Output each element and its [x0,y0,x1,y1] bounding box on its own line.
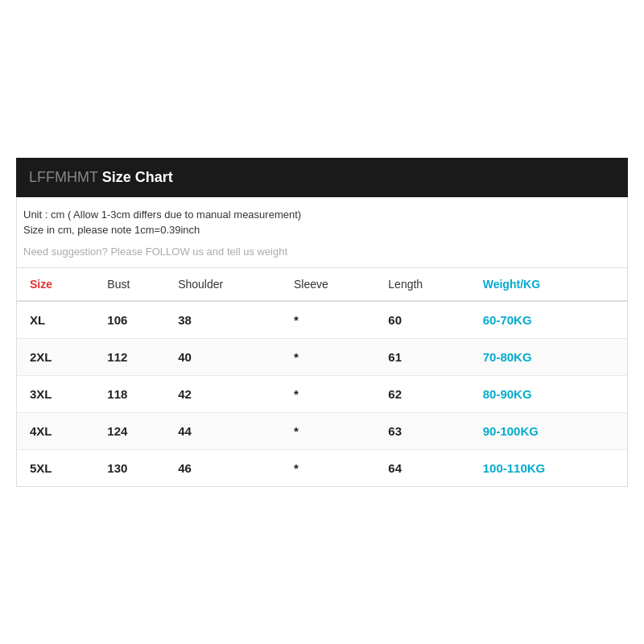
cell-sleeve: * [287,375,382,412]
table-body: XL10638*6060-70KG2XL11240*6170-80KG3XL11… [17,301,628,487]
col-header-shoulder: Shoulder [171,268,287,301]
suggestion-text: Need suggestion? Please FOLLOW us and te… [23,246,621,258]
cell-shoulder: 38 [171,301,287,339]
size-table: Size Bust Shoulder Sleeve Length Weight/… [16,268,628,487]
size-note: Size in cm, please note 1cm=0.39inch [23,224,621,236]
cell-size: 2XL [17,338,101,375]
table-row: 3XL11842*6280-90KG [17,375,628,412]
header-title: LFFMHMT Size Chart [29,169,615,186]
table-row: 2XL11240*6170-80KG [17,338,628,375]
cell-length: 61 [382,338,476,375]
chart-header: LFFMHMT Size Chart [16,158,628,197]
col-header-size: Size [17,268,101,301]
cell-weight: 70-80KG [477,338,628,375]
cell-size: 4XL [17,412,101,449]
cell-sleeve: * [287,449,382,486]
cell-shoulder: 46 [171,449,287,486]
cell-shoulder: 42 [171,375,287,412]
cell-sleeve: * [287,412,382,449]
cell-bust: 130 [101,449,171,486]
cell-weight: 60-70KG [477,301,628,339]
table-row: 5XL13046*64100-110KG [17,449,628,486]
col-header-sleeve: Sleeve [287,268,382,301]
cell-shoulder: 44 [171,412,287,449]
table-row: 4XL12444*6390-100KG [17,412,628,449]
cell-length: 62 [382,375,476,412]
brand-name: LFFMHMT [29,169,98,185]
cell-length: 64 [382,449,476,486]
table-header-row: Size Bust Shoulder Sleeve Length Weight/… [17,268,628,301]
col-header-length: Length [382,268,476,301]
cell-length: 60 [382,301,476,339]
col-header-bust: Bust [101,268,171,301]
cell-sleeve: * [287,301,382,339]
table-row: XL10638*6060-70KG [17,301,628,339]
cell-sleeve: * [287,338,382,375]
cell-bust: 106 [101,301,171,339]
info-section: Unit : cm ( Allow 1-3cm differs due to m… [16,197,628,268]
size-chart-container: LFFMHMT Size Chart Unit : cm ( Allow 1-3… [16,158,628,487]
chart-text: Size Chart [102,169,173,185]
cell-weight: 80-90KG [477,375,628,412]
cell-weight: 90-100KG [477,412,628,449]
cell-size: XL [17,301,101,339]
cell-size: 3XL [17,375,101,412]
cell-shoulder: 40 [171,338,287,375]
unit-note: Unit : cm ( Allow 1-3cm differs due to m… [23,208,621,221]
col-header-weight: Weight/KG [477,268,628,301]
cell-bust: 118 [101,375,171,412]
cell-bust: 124 [101,412,171,449]
cell-size: 5XL [17,449,101,486]
cell-bust: 112 [101,338,171,375]
cell-length: 63 [382,412,476,449]
cell-weight: 100-110KG [477,449,628,486]
